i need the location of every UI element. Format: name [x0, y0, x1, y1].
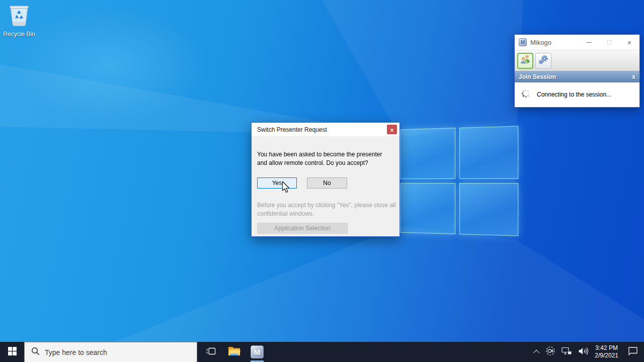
- mikogo-titlebar[interactable]: M Mikogo ×: [515, 35, 639, 50]
- mikogo-app-icon: M: [251, 345, 264, 358]
- mikogo-toolbar: [515, 50, 639, 71]
- dialog-note-line2: confidential windows.: [257, 210, 396, 218]
- yes-button[interactable]: Yes: [257, 177, 297, 189]
- windows-start-icon: [8, 347, 17, 357]
- dialog-message: You have been asked to become the presen…: [257, 150, 382, 168]
- close-button[interactable]: ×: [619, 35, 639, 50]
- minimize-icon: [587, 42, 592, 43]
- network-button[interactable]: [558, 342, 575, 362]
- no-button[interactable]: No: [307, 177, 347, 189]
- network-icon: [561, 347, 572, 357]
- start-button[interactable]: [0, 342, 24, 362]
- volume-button[interactable]: [575, 342, 591, 362]
- spinner-icon: [521, 89, 530, 100]
- taskbar-clock[interactable]: 3:42 PM 2/9/2021: [591, 344, 622, 359]
- dialog-title: Switch Presenter Request: [257, 126, 327, 133]
- mikogo-taskbar-button[interactable]: M: [246, 342, 269, 362]
- taskbar: M: [0, 342, 644, 362]
- search-input[interactable]: [45, 348, 181, 356]
- wallpaper-window-pane: [400, 183, 455, 234]
- dialog-body: You have been asked to become the presen…: [252, 136, 399, 237]
- switch-presenter-dialog: Switch Presenter Request x You have been…: [251, 122, 400, 237]
- chevron-up-icon: [533, 349, 540, 356]
- join-session-header: Join Session x: [515, 71, 639, 82]
- dialog-message-line2: and allow remote control. Do you accept?: [257, 159, 382, 167]
- mikogo-window: M Mikogo ×: [514, 34, 640, 108]
- file-explorer-icon: [228, 346, 240, 358]
- meet-now-button[interactable]: [542, 342, 558, 362]
- tray-expand-button[interactable]: [532, 342, 542, 362]
- participants-switch-icon: [520, 54, 531, 67]
- application-selection-button: Application Selection: [257, 223, 348, 234]
- dialog-message-line1: You have been asked to become the presen…: [257, 150, 382, 159]
- close-icon: ×: [627, 39, 632, 46]
- settings-button[interactable]: [535, 53, 551, 69]
- clock-date: 2/9/2021: [595, 352, 618, 359]
- desktop: Recycle Bin M Mikogo ×: [0, 0, 644, 362]
- meet-now-icon: [545, 346, 555, 358]
- wallpaper-window-pane: [459, 126, 518, 179]
- session-button[interactable]: [517, 53, 533, 69]
- join-session-panel: Connecting to the session...: [515, 82, 639, 107]
- dialog-close-button[interactable]: x: [387, 125, 397, 134]
- system-tray: 3:42 PM 2/9/2021: [532, 342, 644, 362]
- speaker-icon: [578, 347, 588, 357]
- windows-logo-wallpaper: [400, 126, 518, 236]
- maximize-icon: [607, 40, 612, 45]
- dialog-note-line1: Before you accept by clicking "Yes", ple…: [257, 201, 396, 210]
- wallpaper-window-pane: [459, 183, 518, 236]
- recycle-bin-icon: [8, 21, 31, 30]
- task-view-button[interactable]: [199, 342, 222, 362]
- recycle-bin-label: Recycle Bin: [3, 31, 36, 38]
- join-session-close-icon[interactable]: x: [632, 73, 635, 80]
- wallpaper-window-pane: [400, 128, 455, 179]
- maximize-button: [599, 35, 619, 50]
- mikogo-window-title: Mikogo: [530, 39, 579, 46]
- recycle-bin-shortcut[interactable]: Recycle Bin: [3, 4, 36, 38]
- clock-time: 3:42 PM: [595, 344, 618, 352]
- action-center-button[interactable]: [622, 342, 644, 362]
- mikogo-logo-icon: M: [519, 38, 527, 46]
- task-view-icon: [206, 347, 216, 357]
- file-explorer-button[interactable]: [222, 342, 246, 362]
- taskbar-search[interactable]: [24, 342, 197, 362]
- join-session-title: Join Session: [519, 73, 632, 80]
- search-icon: [31, 347, 40, 357]
- gears-icon: [538, 55, 548, 67]
- close-icon: x: [390, 127, 393, 133]
- action-center-icon: [628, 346, 638, 357]
- dialog-titlebar[interactable]: Switch Presenter Request x: [252, 123, 399, 136]
- dialog-note: Before you accept by clicking "Yes", ple…: [257, 201, 396, 219]
- join-session-status: Connecting to the session...: [537, 91, 611, 98]
- minimize-button[interactable]: [579, 35, 599, 50]
